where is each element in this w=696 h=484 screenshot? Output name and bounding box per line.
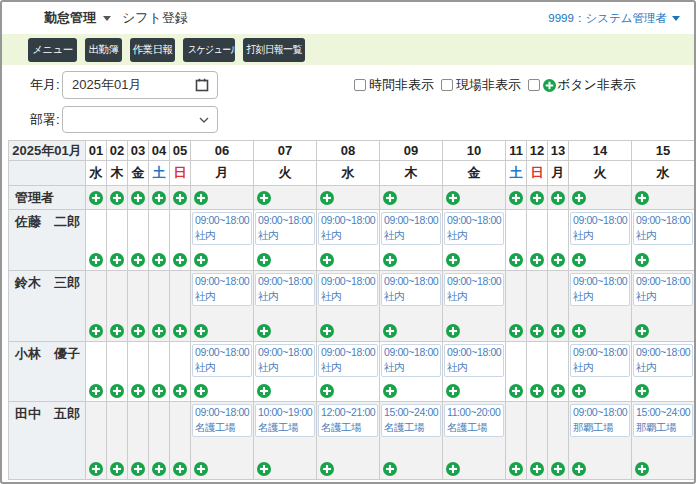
- checkbox-item-2[interactable]: ボタン非表示: [528, 76, 636, 94]
- shift-entry[interactable]: 15:00~24:00那覇工場: [633, 404, 693, 437]
- add-shift-button[interactable]: [446, 324, 460, 338]
- add-shift-button[interactable]: [257, 462, 271, 476]
- add-shift-button[interactable]: [446, 191, 460, 205]
- add-shift-button[interactable]: [530, 191, 544, 205]
- add-shift-button[interactable]: [383, 253, 397, 267]
- add-shift-button[interactable]: [572, 384, 586, 398]
- add-shift-button[interactable]: [173, 384, 187, 398]
- add-shift-button[interactable]: [383, 324, 397, 338]
- shift-entry[interactable]: 09:00~18:00社内: [570, 212, 630, 245]
- calendar-icon[interactable]: [195, 78, 209, 92]
- add-shift-button[interactable]: [89, 462, 103, 476]
- shift-entry[interactable]: 09:00~18:00社内: [570, 273, 630, 306]
- add-shift-button[interactable]: [572, 324, 586, 338]
- add-shift-button[interactable]: [635, 191, 649, 205]
- add-shift-button[interactable]: [194, 191, 208, 205]
- add-shift-button[interactable]: [89, 253, 103, 267]
- add-shift-button[interactable]: [89, 324, 103, 338]
- add-shift-button[interactable]: [530, 384, 544, 398]
- checkbox[interactable]: [441, 79, 453, 91]
- shift-entry[interactable]: 09:00~18:00社内: [381, 344, 441, 377]
- shift-entry[interactable]: 09:00~18:00社内: [381, 273, 441, 306]
- add-shift-button[interactable]: [530, 324, 544, 338]
- add-shift-button[interactable]: [572, 191, 586, 205]
- add-shift-button[interactable]: [110, 253, 124, 267]
- shift-entry[interactable]: 09:00~18:00社内: [255, 273, 315, 306]
- shift-entry[interactable]: 09:00~18:00社内: [318, 344, 378, 377]
- add-shift-button[interactable]: [383, 462, 397, 476]
- add-shift-button[interactable]: [530, 253, 544, 267]
- year-month-input[interactable]: 2025年01月: [62, 71, 218, 99]
- checkbox-item-1[interactable]: 現場非表示: [441, 76, 521, 94]
- add-shift-button[interactable]: [446, 384, 460, 398]
- add-shift-button[interactable]: [152, 253, 166, 267]
- nav-button-1[interactable]: 出勤簿: [85, 38, 122, 62]
- app-menu[interactable]: 勤怠管理: [44, 9, 96, 27]
- shift-entry[interactable]: 09:00~18:00社内: [633, 273, 693, 306]
- shift-entry[interactable]: 09:00~18:00社内: [192, 273, 252, 306]
- add-shift-button[interactable]: [551, 191, 565, 205]
- add-shift-button[interactable]: [152, 384, 166, 398]
- add-shift-button[interactable]: [551, 324, 565, 338]
- shift-entry[interactable]: 09:00~18:00社内: [444, 344, 504, 377]
- add-shift-button[interactable]: [509, 324, 523, 338]
- add-shift-button[interactable]: [509, 191, 523, 205]
- checkbox[interactable]: [354, 79, 366, 91]
- shift-entry[interactable]: 09:00~18:00社内: [318, 212, 378, 245]
- add-shift-button[interactable]: [320, 191, 334, 205]
- add-shift-button[interactable]: [551, 462, 565, 476]
- nav-button-2[interactable]: 作業日報: [130, 38, 175, 62]
- add-shift-button[interactable]: [131, 191, 145, 205]
- add-shift-button[interactable]: [194, 253, 208, 267]
- shift-entry[interactable]: 09:00~18:00社内: [444, 273, 504, 306]
- add-shift-button[interactable]: [635, 253, 649, 267]
- add-shift-button[interactable]: [257, 191, 271, 205]
- add-shift-button[interactable]: [530, 462, 544, 476]
- add-shift-button[interactable]: [173, 253, 187, 267]
- shift-entry[interactable]: 10:00~19:00名護工場: [255, 404, 315, 437]
- shift-entry[interactable]: 09:00~18:00社内: [255, 212, 315, 245]
- add-shift-button[interactable]: [635, 384, 649, 398]
- add-shift-button[interactable]: [89, 191, 103, 205]
- add-shift-button[interactable]: [635, 462, 649, 476]
- add-shift-button[interactable]: [194, 462, 208, 476]
- shift-entry[interactable]: 09:00~18:00社内: [192, 344, 252, 377]
- checkbox[interactable]: [528, 79, 540, 91]
- add-shift-button[interactable]: [110, 191, 124, 205]
- shift-entry[interactable]: 09:00~18:00那覇工場: [570, 404, 630, 437]
- add-shift-button[interactable]: [131, 324, 145, 338]
- add-shift-button[interactable]: [131, 462, 145, 476]
- add-shift-button[interactable]: [446, 253, 460, 267]
- nav-button-0[interactable]: メニュー: [28, 38, 77, 62]
- add-shift-button[interactable]: [89, 384, 103, 398]
- shift-entry[interactable]: 09:00~18:00社内: [318, 273, 378, 306]
- shift-entry[interactable]: 11:00~20:00名護工場: [444, 404, 504, 437]
- add-shift-button[interactable]: [152, 324, 166, 338]
- add-shift-button[interactable]: [131, 253, 145, 267]
- add-shift-button[interactable]: [110, 324, 124, 338]
- add-shift-button[interactable]: [551, 253, 565, 267]
- add-shift-button[interactable]: [194, 324, 208, 338]
- add-shift-button[interactable]: [131, 384, 145, 398]
- shift-entry[interactable]: 09:00~18:00名護工場: [192, 404, 252, 437]
- add-shift-button[interactable]: [572, 462, 586, 476]
- add-shift-button[interactable]: [509, 253, 523, 267]
- add-shift-button[interactable]: [110, 462, 124, 476]
- add-shift-button[interactable]: [152, 462, 166, 476]
- user-menu[interactable]: 9999：システム管理者: [548, 11, 680, 26]
- shift-entry[interactable]: 12:00~21:00名護工場: [318, 404, 378, 437]
- add-shift-button[interactable]: [551, 384, 565, 398]
- nav-button-4[interactable]: 打刻日報一覧: [243, 38, 305, 62]
- shift-entry[interactable]: 09:00~18:00社内: [255, 344, 315, 377]
- add-shift-button[interactable]: [257, 384, 271, 398]
- add-shift-button[interactable]: [110, 384, 124, 398]
- add-shift-button[interactable]: [173, 324, 187, 338]
- add-shift-button[interactable]: [320, 462, 334, 476]
- shift-entry[interactable]: 09:00~18:00社内: [381, 212, 441, 245]
- add-shift-button[interactable]: [446, 462, 460, 476]
- shift-entry[interactable]: 15:00~24:00名護工場: [381, 404, 441, 437]
- add-shift-button[interactable]: [635, 324, 649, 338]
- add-shift-button[interactable]: [257, 253, 271, 267]
- shift-entry[interactable]: 09:00~18:00社内: [444, 212, 504, 245]
- add-shift-button[interactable]: [572, 253, 586, 267]
